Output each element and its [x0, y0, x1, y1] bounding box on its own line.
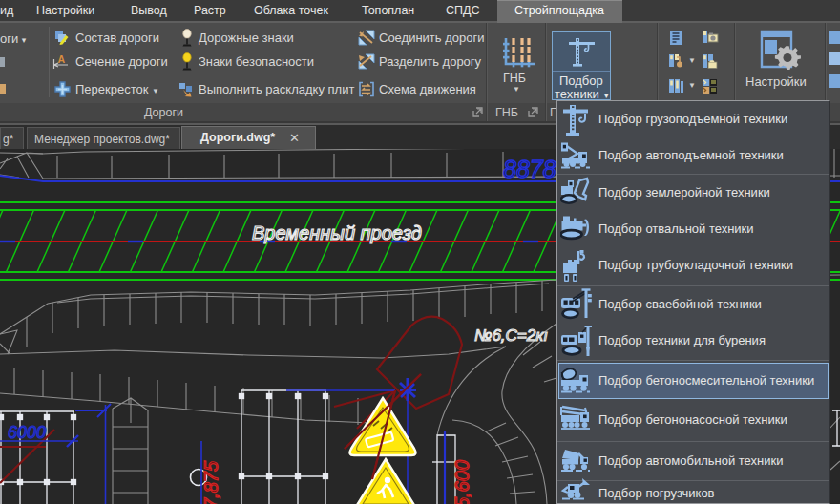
- svg-text:8878: 8878: [503, 156, 556, 182]
- svg-text:Временный проезд: Временный проезд: [252, 222, 422, 243]
- svg-text:7,875: 7,875: [200, 460, 221, 504]
- svg-text:6000: 6000: [8, 423, 46, 442]
- svg-text:№6,С=2кı: №6,С=2кı: [474, 326, 548, 345]
- svg-text:5,600: 5,600: [452, 460, 472, 504]
- svg-text:A: A: [58, 53, 66, 65]
